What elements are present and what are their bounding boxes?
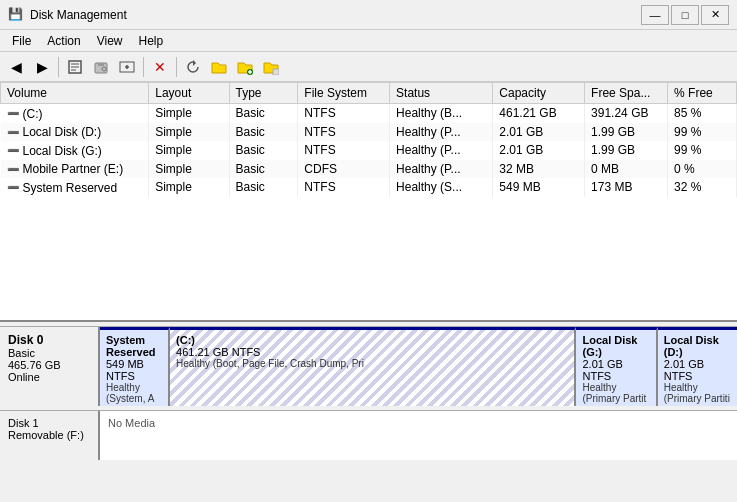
disk-0-row: Disk 0 Basic 465.76 GB Online System Res… — [0, 326, 737, 406]
col-layout[interactable]: Layout — [149, 83, 229, 104]
folder2-button[interactable] — [233, 55, 257, 79]
cell-fs: NTFS — [298, 178, 390, 197]
refresh-button[interactable] — [181, 55, 205, 79]
partition-g[interactable]: Local Disk (G:) 2.01 GB NTFS Healthy (Pr… — [576, 327, 657, 406]
part-g-status: Healthy (Primary Partit — [582, 382, 649, 404]
table-row[interactable]: ➖ System Reserved SimpleBasicNTFSHealthy… — [1, 178, 737, 197]
close-button[interactable]: ✕ — [701, 5, 729, 25]
window-title: Disk Management — [30, 8, 641, 22]
table-row[interactable]: ➖ Mobile Partner (E:) SimpleBasicCDFSHea… — [1, 160, 737, 179]
cell-type: Basic — [229, 104, 298, 123]
back-button[interactable]: ◀ — [4, 55, 28, 79]
delete-button[interactable]: ✕ — [148, 55, 172, 79]
partition-d[interactable]: Local Disk (D:) 2.01 GB NTFS Healthy (Pr… — [658, 327, 737, 406]
part-c-status: Healthy (Boot, Page File, Crash Dump, Pr… — [176, 358, 568, 369]
cell-pct-free: 32 % — [668, 178, 737, 197]
cell-layout: Simple — [149, 178, 229, 197]
disk-0-type: Basic — [8, 347, 90, 359]
main-content: Volume Layout Type File System Status Ca… — [0, 82, 737, 502]
table-row[interactable]: ➖ Local Disk (D:) SimpleBasicNTFSHealthy… — [1, 123, 737, 142]
part-d-size: 2.01 GB NTFS — [664, 358, 731, 382]
part-d-status: Healthy (Primary Partiti — [664, 382, 731, 404]
cell-capacity: 2.01 GB — [493, 123, 585, 142]
separator-1 — [58, 57, 59, 77]
disk-table-area[interactable]: Volume Layout Type File System Status Ca… — [0, 82, 737, 322]
part-sys-size: 549 MB NTFS — [106, 358, 162, 382]
disk-1-name: Disk 1 — [8, 417, 90, 429]
window-controls: — □ ✕ — [641, 5, 729, 25]
col-capacity[interactable]: Capacity — [493, 83, 585, 104]
minimize-button[interactable]: — — [641, 5, 669, 25]
cell-type: Basic — [229, 160, 298, 179]
cell-status: Healthy (P... — [390, 123, 493, 142]
cell-volume: ➖ System Reserved — [1, 178, 149, 197]
disk-1-label: Disk 1 Removable (F:) — [0, 411, 100, 460]
part-d-name: Local Disk (D:) — [664, 334, 731, 358]
separator-3 — [176, 57, 177, 77]
table-row[interactable]: ➖ (C:) SimpleBasicNTFSHealthy (B...461.2… — [1, 104, 737, 123]
cell-type: Basic — [229, 123, 298, 142]
folder3-button[interactable] — [259, 55, 283, 79]
cell-capacity: 2.01 GB — [493, 141, 585, 160]
part-sys-name: System Reserved — [106, 334, 162, 358]
cell-layout: Simple — [149, 123, 229, 142]
disk-0-name: Disk 0 — [8, 333, 90, 347]
cell-status: Healthy (P... — [390, 160, 493, 179]
cell-fs: NTFS — [298, 141, 390, 160]
cell-fs: NTFS — [298, 104, 390, 123]
app-icon: 💾 — [8, 7, 24, 23]
cell-fs: CDFS — [298, 160, 390, 179]
title-bar: 💾 Disk Management — □ ✕ — [0, 0, 737, 30]
partition-c[interactable]: (C:) 461.21 GB NTFS Healthy (Boot, Page … — [170, 327, 576, 406]
table-row[interactable]: ➖ Local Disk (G:) SimpleBasicNTFSHealthy… — [1, 141, 737, 160]
col-free[interactable]: Free Spa... — [585, 83, 668, 104]
partition-system-reserved[interactable]: System Reserved 549 MB NTFS Healthy (Sys… — [100, 327, 170, 406]
svg-rect-14 — [273, 69, 279, 75]
cell-layout: Simple — [149, 160, 229, 179]
disk-1-type: Removable (F:) — [8, 429, 90, 441]
col-fs[interactable]: File System — [298, 83, 390, 104]
cell-free: 391.24 GB — [585, 104, 668, 123]
cell-free: 1.99 GB — [585, 141, 668, 160]
part-g-name: Local Disk (G:) — [582, 334, 649, 358]
cell-type: Basic — [229, 141, 298, 160]
part-c-size: 461.21 GB NTFS — [176, 346, 568, 358]
disk-0-size: 465.76 GB — [8, 359, 90, 371]
cell-type: Basic — [229, 178, 298, 197]
cell-volume: ➖ Mobile Partner (E:) — [1, 160, 149, 179]
cell-layout: Simple — [149, 104, 229, 123]
separator-2 — [143, 57, 144, 77]
menu-view[interactable]: View — [89, 32, 131, 50]
cell-status: Healthy (S... — [390, 178, 493, 197]
cell-pct-free: 85 % — [668, 104, 737, 123]
toolbar: ◀ ▶ ✕ — [0, 52, 737, 82]
cell-pct-free: 0 % — [668, 160, 737, 179]
menu-file[interactable]: File — [4, 32, 39, 50]
part-sys-status: Healthy (System, A — [106, 382, 162, 404]
menu-action[interactable]: Action — [39, 32, 88, 50]
properties-button[interactable] — [63, 55, 87, 79]
menu-bar: File Action View Help — [0, 30, 737, 52]
folder1-button[interactable] — [207, 55, 231, 79]
cell-free: 0 MB — [585, 160, 668, 179]
disk-graphical-area: Disk 0 Basic 465.76 GB Online System Res… — [0, 322, 737, 502]
col-type[interactable]: Type — [229, 83, 298, 104]
disk-0-label: Disk 0 Basic 465.76 GB Online — [0, 327, 100, 406]
maximize-button[interactable]: □ — [671, 5, 699, 25]
disk-button[interactable] — [89, 55, 113, 79]
cell-volume: ➖ Local Disk (D:) — [1, 123, 149, 142]
cell-volume: ➖ (C:) — [1, 104, 149, 123]
cell-status: Healthy (P... — [390, 141, 493, 160]
disk-0-partitions: System Reserved 549 MB NTFS Healthy (Sys… — [100, 327, 737, 406]
col-status[interactable]: Status — [390, 83, 493, 104]
svg-marker-10 — [193, 60, 196, 66]
col-volume[interactable]: Volume — [1, 83, 149, 104]
cell-layout: Simple — [149, 141, 229, 160]
cell-capacity: 461.21 GB — [493, 104, 585, 123]
menu-help[interactable]: Help — [131, 32, 172, 50]
forward-button[interactable]: ▶ — [30, 55, 54, 79]
col-pct-free[interactable]: % Free — [668, 83, 737, 104]
cell-pct-free: 99 % — [668, 141, 737, 160]
new-volume-button[interactable] — [115, 55, 139, 79]
no-media-content: No Media — [100, 411, 737, 460]
